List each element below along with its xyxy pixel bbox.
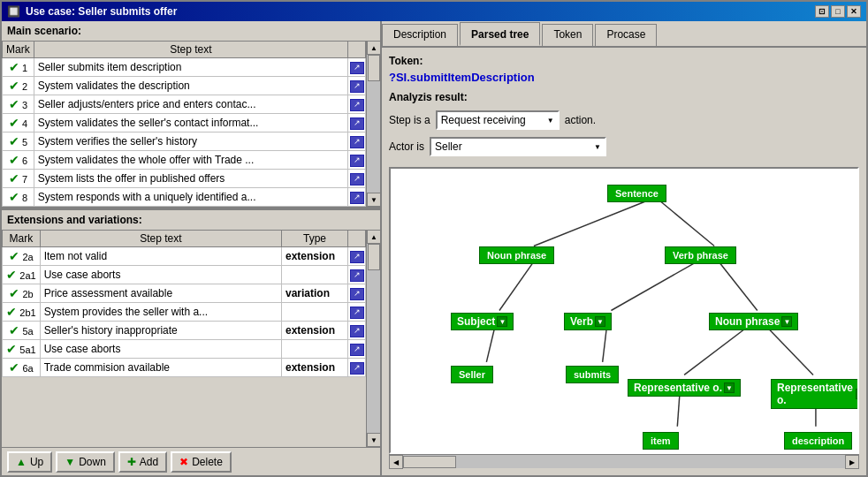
link-icon[interactable]: ↗ bbox=[350, 269, 364, 282]
link-icon[interactable]: ↗ bbox=[350, 192, 364, 204]
ext-vscroll-thumb[interactable] bbox=[368, 244, 380, 270]
subject-label: Subject bbox=[457, 315, 495, 328]
link-icon[interactable]: ↗ bbox=[350, 325, 364, 337]
link-icon[interactable]: ↗ bbox=[350, 362, 364, 375]
main-table-vscroll[interactable]: ▲ ▼ bbox=[366, 41, 380, 207]
delete-button[interactable]: ✖ Delete bbox=[171, 451, 232, 473]
link-icon[interactable]: ↗ bbox=[350, 136, 364, 148]
table-row[interactable]: ✔ 8 System responds with a uniquely iden… bbox=[3, 188, 366, 207]
ext-col-mark: Mark bbox=[3, 231, 41, 247]
add-icon: ✚ bbox=[127, 456, 136, 468]
hscroll-thumb[interactable] bbox=[403, 456, 456, 468]
ext-type: extension bbox=[282, 359, 348, 377]
tree-hscroll[interactable]: ◀ ▶ bbox=[389, 454, 859, 468]
table-row[interactable]: ✔ 5a Seller's history inappropriate exte… bbox=[3, 322, 366, 340]
node-verb[interactable]: Verb ▼ bbox=[564, 313, 612, 330]
close-button[interactable]: ✕ bbox=[847, 5, 861, 18]
tab-parsed-tree[interactable]: Parsed tree bbox=[460, 22, 540, 46]
ext-step-text: System provides the seller with a... bbox=[40, 303, 281, 322]
step-action-select[interactable]: Request receiving ▼ bbox=[436, 110, 560, 130]
check-icon: ✔ bbox=[6, 342, 17, 356]
noun-phrase-2-dropdown-btn[interactable]: ▼ bbox=[781, 316, 792, 327]
link-icon[interactable]: ↗ bbox=[350, 80, 364, 93]
ext-vscroll-up[interactable]: ▲ bbox=[367, 230, 380, 244]
node-rep-o-1[interactable]: Representative o. ▼ bbox=[628, 379, 741, 397]
node-subject[interactable]: Subject ▼ bbox=[451, 313, 514, 330]
link-icon[interactable]: ↗ bbox=[350, 173, 364, 186]
link-icon[interactable]: ↗ bbox=[350, 155, 364, 167]
rep-o-2-label: Representative o. bbox=[777, 382, 854, 406]
main-table-scroll[interactable]: Mark Step text ✔ 1 Seller submits item d… bbox=[2, 41, 366, 207]
table-row[interactable]: ✔ 7 System lists the offer in published … bbox=[3, 170, 366, 188]
table-row[interactable]: ✔ 5a1 Use case aborts ↗ bbox=[3, 340, 366, 359]
tab-description[interactable]: Description bbox=[382, 24, 458, 46]
link-icon[interactable]: ↗ bbox=[350, 62, 364, 74]
table-row[interactable]: ✔ 2b Price assessment available variatio… bbox=[3, 284, 366, 303]
tab-procase[interactable]: Procase bbox=[595, 24, 657, 46]
vscroll-track bbox=[367, 55, 380, 193]
link-icon[interactable]: ↗ bbox=[350, 344, 364, 356]
link-icon[interactable]: ↗ bbox=[350, 251, 364, 263]
table-row[interactable]: ✔ 2 System validates the description ↗ bbox=[3, 77, 366, 95]
delete-icon: ✖ bbox=[179, 456, 188, 468]
step-text: System responds with a uniquely identifi… bbox=[34, 188, 347, 207]
node-seller: Seller bbox=[451, 366, 493, 383]
subject-dropdown-btn[interactable]: ▼ bbox=[497, 316, 507, 327]
vscroll-thumb[interactable] bbox=[368, 55, 380, 81]
svg-line-4 bbox=[719, 261, 758, 310]
node-item: item bbox=[643, 432, 679, 450]
table-row[interactable]: ✔ 1 Seller submits item description ↗ bbox=[3, 58, 366, 77]
tab-token[interactable]: Token bbox=[542, 24, 593, 46]
step-action-value: Request receiving bbox=[441, 114, 526, 126]
rep-o-2-dropdown-btn[interactable]: ▼ bbox=[856, 389, 859, 399]
rep-o-1-dropdown-btn[interactable]: ▼ bbox=[724, 382, 735, 393]
table-row[interactable]: ✔ 2a Item not valid extension ↗ bbox=[3, 247, 366, 266]
actor-value: Seller bbox=[435, 140, 462, 153]
node-rep-o-2[interactable]: Representative o. ▼ bbox=[771, 379, 859, 409]
ext-table-scroll[interactable]: Mark Step text Type ✔ 2a Item not valid … bbox=[2, 230, 366, 447]
down-button[interactable]: ▼ Down bbox=[56, 451, 115, 473]
add-button[interactable]: ✚ Add bbox=[118, 451, 167, 473]
token-label: Token: bbox=[389, 55, 859, 67]
hscroll-left[interactable]: ◀ bbox=[389, 455, 403, 469]
check-icon: ✔ bbox=[6, 305, 17, 319]
vscroll-up[interactable]: ▲ bbox=[367, 41, 380, 55]
left-panel: Main scenario: Mark Step text bbox=[2, 21, 382, 475]
table-row[interactable]: ✔ 2b1 System provides the seller with a.… bbox=[3, 303, 366, 322]
table-row[interactable]: ✔ 4 System validates the seller's contac… bbox=[3, 114, 366, 132]
table-row[interactable]: ✔ 6 System validates the whole offer wit… bbox=[3, 151, 366, 170]
table-row[interactable]: ✔ 2a1 Use case aborts ↗ bbox=[3, 266, 366, 284]
restore-button[interactable]: ⊡ bbox=[815, 5, 829, 18]
check-icon: ✔ bbox=[9, 190, 19, 204]
svg-line-1 bbox=[659, 200, 714, 246]
ext-vscroll-down[interactable]: ▼ bbox=[367, 433, 380, 447]
svg-line-6 bbox=[603, 326, 607, 362]
actor-select[interactable]: Seller ▼ bbox=[430, 137, 606, 156]
table-row[interactable]: ✔ 6a Trade commision available extension… bbox=[3, 359, 366, 377]
col-steptext: Step text bbox=[34, 42, 347, 58]
node-submits: submits bbox=[566, 366, 619, 383]
link-icon[interactable]: ↗ bbox=[350, 307, 364, 319]
main-scenario-table-wrapper: Mark Step text ✔ 1 Seller submits item d… bbox=[2, 41, 380, 207]
node-subject-container: Subject ▼ bbox=[451, 313, 514, 330]
ext-step-text: Trade commision available bbox=[40, 359, 281, 377]
up-button[interactable]: ▲ Up bbox=[7, 451, 52, 473]
svg-line-0 bbox=[534, 200, 650, 246]
node-noun-phrase-2[interactable]: Noun phrase ▼ bbox=[709, 313, 798, 330]
link-icon[interactable]: ↗ bbox=[350, 288, 364, 300]
ext-table-vscroll[interactable]: ▲ ▼ bbox=[366, 230, 380, 447]
vscroll-down[interactable]: ▼ bbox=[367, 193, 380, 207]
node-verb-phrase: Verb phrase bbox=[665, 246, 736, 264]
link-icon[interactable]: ↗ bbox=[350, 117, 364, 130]
verb-dropdown-btn[interactable]: ▼ bbox=[595, 316, 605, 327]
link-icon[interactable]: ↗ bbox=[350, 99, 364, 111]
ext-step-text: Seller's history inappropriate bbox=[40, 322, 281, 340]
hscroll-right[interactable]: ▶ bbox=[845, 455, 859, 469]
ext-step-text: Item not valid bbox=[40, 247, 281, 266]
maximize-button[interactable]: □ bbox=[831, 5, 845, 18]
table-row[interactable]: ✔ 5 System verifies the seller's history… bbox=[3, 132, 366, 151]
actor-row: Actor is Seller ▼ bbox=[389, 137, 859, 156]
ext-table-wrapper: Mark Step text Type ✔ 2a Item not valid … bbox=[2, 230, 380, 447]
node-noun-phrase-1: Noun phrase bbox=[479, 246, 554, 264]
table-row[interactable]: ✔ 3 Seller adjusts/enters price and ente… bbox=[3, 95, 366, 114]
